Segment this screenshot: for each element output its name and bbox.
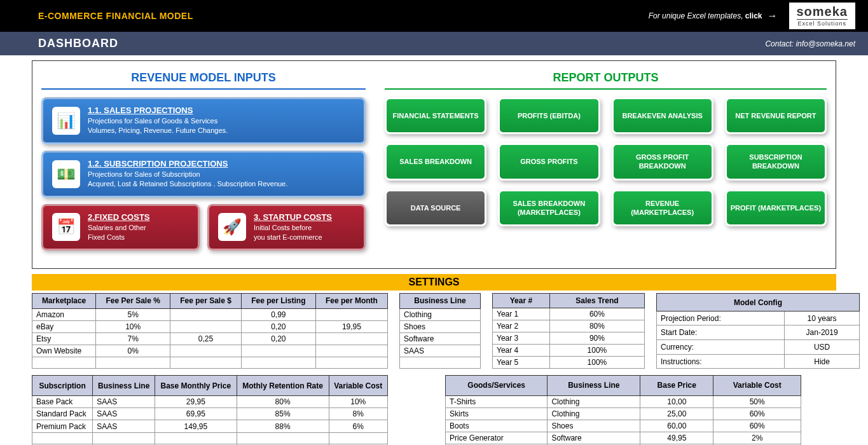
table-row: SkirtsClothing25,0060% [446, 407, 801, 420]
table-row: Shoes [400, 320, 481, 332]
table-row: Start Date:Jan-2019 [657, 325, 860, 340]
revenue-heading: REVENUE MODEL INPUTS [41, 69, 366, 90]
app-title: E-COMMERCE FINANCIAL MODEL [38, 11, 193, 21]
table-model-config[interactable]: Model Config Projection Period:10 years … [656, 293, 860, 369]
btn-sales-breakdown-mp[interactable]: SALES BREAKDOWN (MARKETPLACES) [498, 189, 600, 227]
calculator-icon: 📊 [52, 107, 80, 135]
table-row: Standard PackSAAS69,9585%8% [32, 408, 388, 420]
table-row: Instructions:Hide [657, 354, 860, 369]
btn-subscription-breakdown[interactable]: SUBSCRIPTION BREAKDOWN [725, 143, 827, 181]
btn-profit-mp[interactable]: PROFIT (MARKETPLACES) [725, 189, 827, 227]
table-row: Base PackSAAS29,9580%10% [32, 396, 388, 408]
table-business-line[interactable]: Business Line Clothing Shoes Software SA… [399, 293, 481, 369]
btn-gross-profit-breakdown[interactable]: GROSS PROFIT BREAKDOWN [612, 143, 713, 181]
dashboard-area: REVENUE MODEL INPUTS 📊 1.1. SALES PROJEC… [32, 60, 836, 269]
btn-profits-ebitda[interactable]: PROFITS (EBITDA) [498, 97, 600, 134]
rocket-icon: 🚀 [218, 213, 246, 241]
table-row: Etsy7%0,250,20 [32, 332, 388, 345]
table-row: Currency:USD [657, 340, 860, 355]
settings-heading: SETTINGS [32, 274, 836, 291]
table-row: Projection Period:10 years [657, 311, 860, 325]
table-row: Amazon5%0,99 [32, 308, 388, 320]
card-startup-costs[interactable]: 🚀 3. STARTUP COSTS Initial Costs before … [207, 204, 366, 251]
card-sales-projections[interactable]: 📊 1.1. SALES PROJECTIONS Projections for… [41, 97, 366, 144]
table-row: Year 280% [493, 320, 645, 332]
table-row: Year 5100% [493, 357, 645, 369]
btn-financial-statements[interactable]: FINANCIAL STATEMENTS [385, 97, 486, 134]
logo[interactable]: someka Excel Solutions [789, 3, 856, 29]
header-black: E-COMMERCE FINANCIAL MODEL For unique Ex… [0, 0, 868, 32]
table-row: T-ShirtsClothing10,0050% [446, 395, 801, 407]
page-title: DASHBOARD [38, 37, 118, 50]
money-icon: 💵 [52, 160, 80, 188]
table-row: Software [400, 332, 481, 345]
contact-info: Contact: info@someka.net [765, 39, 855, 48]
btn-net-revenue[interactable]: NET REVENUE REPORT [725, 97, 827, 134]
table-row: Own Website0% [32, 345, 388, 357]
table-marketplace[interactable]: Marketplace Fee Per Sale % Fee per Sale … [32, 293, 388, 369]
btn-sales-breakdown[interactable]: SALES BREAKDOWN [385, 143, 486, 181]
table-goods[interactable]: Goods/Services Business Line Base Price … [445, 375, 801, 445]
report-buttons: FINANCIAL STATEMENTS PROFITS (EBITDA) BR… [385, 97, 827, 226]
btn-breakeven[interactable]: BREAKEVEN ANALYSIS [612, 97, 713, 134]
table-row: Year 390% [493, 332, 645, 345]
table-row: BootsShoes60,0060% [446, 420, 801, 432]
table-sales-trend[interactable]: Year #Sales Trend Year 160% Year 280% Ye… [492, 293, 645, 369]
table-subscription[interactable]: Subscription Business Line Base Monthly … [32, 375, 388, 445]
click-prompt[interactable]: For unique Excel templates, click [649, 11, 762, 20]
card-fixed-costs[interactable]: 📅 2.FIXED COSTS Salaries and Other Fixed… [41, 204, 200, 251]
table-row: eBay10%0,2019,95 [32, 320, 388, 332]
table-row: Price GeneratorSoftware49,952% [446, 432, 801, 444]
btn-revenue-mp[interactable]: REVENUE (MARKETPLACES) [612, 189, 713, 227]
card-subscription-projections[interactable]: 💵 1.2. SUBSCRIPTION PROJECTIONS Projecti… [41, 151, 366, 198]
header-blue: DASHBOARD Contact: info@someka.net [0, 32, 868, 55]
btn-gross-profits[interactable]: GROSS PROFITS [498, 143, 600, 181]
reports-heading: REPORT OUTPUTS [385, 69, 827, 90]
table-row: Clothing [400, 308, 481, 320]
table-row: Premium PackSAAS149,9588%6% [32, 420, 388, 432]
calendar-icon: 📅 [52, 213, 80, 241]
table-row: Year 160% [493, 308, 645, 320]
table-row: SAAS [400, 345, 481, 357]
table-row: Year 4100% [493, 345, 645, 357]
arrow-right-icon[interactable]: → [768, 10, 778, 22]
btn-data-source[interactable]: DATA SOURCE [385, 189, 486, 227]
